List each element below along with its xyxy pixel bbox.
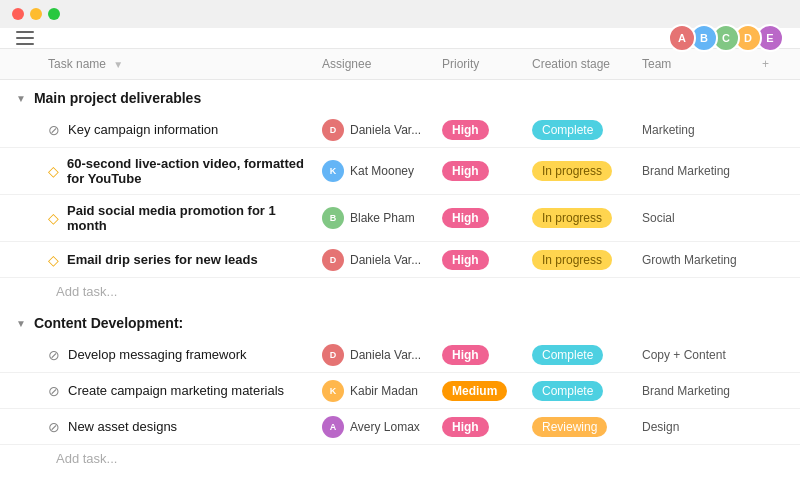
- table-row[interactable]: ⊘ Key campaign information D Daniela Var…: [0, 112, 800, 148]
- close-dot[interactable]: [12, 8, 24, 20]
- diamond-icon: ◇: [48, 210, 59, 226]
- stage-cell: Complete: [524, 345, 634, 365]
- assignee-cell: K Kat Mooney: [314, 160, 434, 182]
- col-creation-stage: Creation stage: [524, 49, 634, 79]
- add-task-button[interactable]: Add task...: [0, 278, 800, 305]
- team-cell: Design: [634, 420, 754, 434]
- task-name-text: Develop messaging framework: [68, 347, 246, 362]
- table-row[interactable]: ◇ Paid social media promotion for 1 mont…: [0, 195, 800, 242]
- section-title: Content Development:: [34, 315, 183, 331]
- priority-cell: Medium: [434, 381, 524, 401]
- table-row[interactable]: ⊘ Develop messaging framework D Daniela …: [0, 337, 800, 373]
- task-name-text: Create campaign marketing materials: [68, 383, 284, 398]
- col-team: Team: [634, 49, 754, 79]
- diamond-icon: ◇: [48, 163, 59, 179]
- avatar: A: [668, 24, 696, 52]
- task-name-cell: ◇ Email drip series for new leads: [16, 244, 314, 276]
- priority-cell: High: [434, 417, 524, 437]
- row-add-button[interactable]: [754, 207, 776, 229]
- task-name-text: Paid social media promotion for 1 month: [67, 203, 306, 233]
- section-header[interactable]: ▼ Content Development:: [0, 305, 800, 337]
- avatar-group: ABCDE: [674, 24, 784, 52]
- row-add-button[interactable]: [754, 160, 776, 182]
- table-row[interactable]: ⊘ Create campaign marketing materials K …: [0, 373, 800, 409]
- col-assignee: Assignee: [314, 49, 434, 79]
- col-add[interactable]: +: [754, 49, 784, 79]
- row-add-button[interactable]: [754, 380, 776, 402]
- stage-badge: In progress: [532, 208, 612, 228]
- assignee-name: Daniela Var...: [350, 123, 421, 137]
- assignee-cell: A Avery Lomax: [314, 416, 434, 438]
- priority-badge: Medium: [442, 381, 507, 401]
- priority-cell: High: [434, 345, 524, 365]
- table-row[interactable]: ◇ 60-second live-action video, formatted…: [0, 148, 800, 195]
- table-row[interactable]: ◇ Email drip series for new leads D Dani…: [0, 242, 800, 278]
- assignee-cell: B Blake Pham: [314, 207, 434, 229]
- assignee-name: Avery Lomax: [350, 420, 420, 434]
- task-name-cell: ⊘ Key campaign information: [16, 114, 314, 146]
- team-cell: Brand Marketing: [634, 164, 754, 178]
- task-name-text: Key campaign information: [68, 122, 218, 137]
- team-cell: Brand Marketing: [634, 384, 754, 398]
- chevron-down-icon: ▼: [16, 318, 26, 329]
- row-add-button[interactable]: [754, 249, 776, 271]
- priority-badge: High: [442, 208, 489, 228]
- table-header: Task name ▼ Assignee Priority Creation s…: [0, 49, 800, 80]
- stage-cell: In progress: [524, 250, 634, 270]
- stage-badge: Complete: [532, 381, 603, 401]
- add-task-button[interactable]: Add task...: [0, 445, 800, 468]
- avatar: K: [322, 380, 344, 402]
- task-name-text: 60-second live-action video, formatted f…: [67, 156, 306, 186]
- stage-cell: Reviewing: [524, 417, 634, 437]
- stage-badge: Reviewing: [532, 417, 607, 437]
- team-cell: Marketing: [634, 123, 754, 137]
- team-cell: Copy + Content: [634, 348, 754, 362]
- chevron-down-icon: ▼: [16, 93, 26, 104]
- stage-badge: Complete: [532, 345, 603, 365]
- stage-cell: Complete: [524, 120, 634, 140]
- section-title: Main project deliverables: [34, 90, 201, 106]
- avatar: A: [322, 416, 344, 438]
- check-icon: ⊘: [48, 383, 60, 399]
- assignee-name: Blake Pham: [350, 211, 415, 225]
- assignee-cell: D Daniela Var...: [314, 119, 434, 141]
- team-cell: Growth Marketing: [634, 253, 754, 267]
- stage-cell: In progress: [524, 161, 634, 181]
- priority-cell: High: [434, 250, 524, 270]
- check-icon: ⊘: [48, 347, 60, 363]
- menu-button[interactable]: [16, 31, 34, 45]
- assignee-cell: K Kabir Madan: [314, 380, 434, 402]
- avatar: D: [322, 249, 344, 271]
- maximize-dot[interactable]: [48, 8, 60, 20]
- task-name-text: Email drip series for new leads: [67, 252, 258, 267]
- table-content: ▼ Main project deliverables ⊘ Key campai…: [0, 80, 800, 468]
- priority-badge: High: [442, 161, 489, 181]
- diamond-icon: ◇: [48, 252, 59, 268]
- assignee-name: Daniela Var...: [350, 253, 421, 267]
- team-cell: Social: [634, 211, 754, 225]
- avatar: B: [322, 207, 344, 229]
- table-row[interactable]: ⊘ New asset designs A Avery Lomax High R…: [0, 409, 800, 445]
- assignee-name: Kat Mooney: [350, 164, 414, 178]
- priority-badge: High: [442, 417, 489, 437]
- minimize-dot[interactable]: [30, 8, 42, 20]
- stage-cell: Complete: [524, 381, 634, 401]
- stage-badge: In progress: [532, 161, 612, 181]
- priority-cell: High: [434, 120, 524, 140]
- avatar: D: [322, 344, 344, 366]
- assignee-name: Daniela Var...: [350, 348, 421, 362]
- row-add-button[interactable]: [754, 416, 776, 438]
- page-header: ABCDE: [0, 28, 800, 49]
- section-header[interactable]: ▼ Main project deliverables: [0, 80, 800, 112]
- avatar: K: [322, 160, 344, 182]
- task-name-cell: ◇ 60-second live-action video, formatted…: [16, 148, 314, 194]
- row-add-button[interactable]: [754, 119, 776, 141]
- row-add-button[interactable]: [754, 344, 776, 366]
- priority-cell: High: [434, 208, 524, 228]
- task-name-cell: ⊘ Develop messaging framework: [16, 339, 314, 371]
- check-icon: ⊘: [48, 419, 60, 435]
- stage-badge: In progress: [532, 250, 612, 270]
- priority-cell: High: [434, 161, 524, 181]
- stage-cell: In progress: [524, 208, 634, 228]
- task-name-cell: ⊘ New asset designs: [16, 411, 314, 443]
